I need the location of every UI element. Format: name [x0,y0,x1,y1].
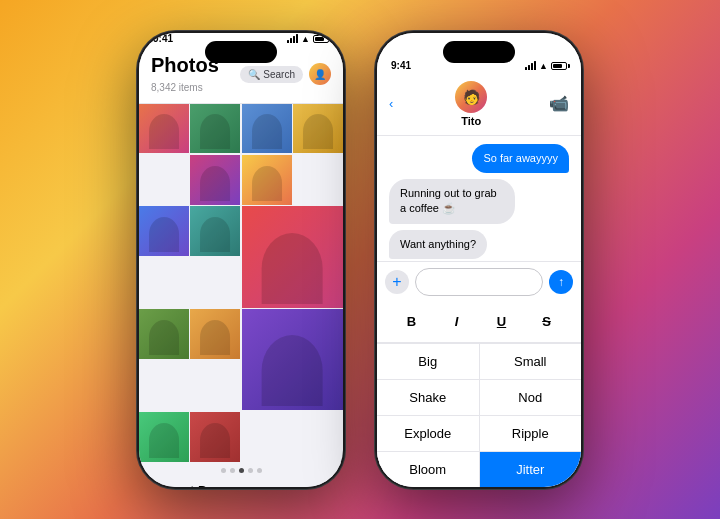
signal-bars [287,34,298,43]
effect-bloom[interactable]: Bloom [377,452,479,487]
bubble-recv-2: Want anything? [389,230,487,259]
wifi-icon: ▲ [301,34,310,44]
message-bubbles: So far awayyyy Running out to grab a cof… [377,136,581,261]
msg-nav: ‹ 🧑 Tito 📹 [377,77,581,136]
battery-icon-2 [551,62,567,70]
photos-avatar[interactable]: 👤 [309,63,331,85]
battery-fill [315,37,324,41]
effect-nod[interactable]: Nod [480,380,582,415]
bold-button[interactable]: B [398,308,426,336]
photo-cell[interactable] [242,104,292,154]
video-call-icon[interactable]: 📹 [549,94,569,113]
photo-cell[interactable] [242,155,292,205]
effect-label: Big [418,354,437,369]
photo-cell[interactable] [242,206,343,307]
bubble-text: So far awayyyy [483,152,558,164]
dot[interactable] [230,468,235,473]
dot[interactable] [221,468,226,473]
photo-cell[interactable] [190,412,240,462]
send-button[interactable]: ↑ [549,270,573,294]
bar4 [296,34,298,43]
wifi-icon-2: ▲ [539,61,548,71]
msg-status-icons: ▲ [525,61,567,71]
dot[interactable] [257,468,262,473]
effect-label: Shake [409,390,446,405]
recent-days-title: Recent Days [151,483,229,487]
avatar-icon: 👤 [314,69,326,80]
photo-cell[interactable] [139,104,189,154]
bar2 [290,38,292,43]
photos-screen: 9:41 ▲ Photos [139,33,343,487]
italic-button[interactable]: I [443,308,471,336]
carousel-dots [139,462,343,477]
effect-explode[interactable]: Explode [377,416,479,451]
effect-label: Explode [404,426,451,441]
bubble-sent-1: So far awayyyy [472,144,569,173]
bubble-text: Running out to grab a coffee ☕ [400,187,497,214]
bubble-text: Want anything? [400,238,476,250]
signal-bars-2 [525,61,536,70]
messages-screen: 9:41 ▲ ‹ [377,33,581,487]
effect-label: Small [514,354,547,369]
photo-cell[interactable] [293,104,343,154]
photo-grid [139,104,343,462]
photo-cell[interactable] [190,206,240,256]
photos-subtitle: 8,342 items [151,82,203,93]
photos-time: 9:41 [153,33,173,44]
photo-cell[interactable] [190,104,240,154]
search-label: Search [263,69,295,80]
effect-grid: Big Small Shake Nod Explode Ripple [377,343,581,487]
effect-small[interactable]: Small [480,344,582,379]
photos-nav-right: 🔍 Search 👤 [240,63,331,85]
messages-phone: 9:41 ▲ ‹ [374,30,584,490]
contact-name: Tito [461,115,481,127]
strikethrough-button[interactable]: S [533,308,561,336]
compose-input[interactable] [415,268,543,296]
format-toolbar: B I U S [377,302,581,343]
contact-header[interactable]: 🧑 Tito [455,81,487,127]
recent-days-header[interactable]: Recent Days › [139,477,343,487]
photos-status-icons: ▲ [287,34,329,44]
compose-area: + ↑ [377,261,581,302]
search-button[interactable]: 🔍 Search [240,66,303,83]
photo-cell[interactable] [139,206,189,256]
chevron-right-icon: › [327,483,331,486]
compose-plus-button[interactable]: + [385,270,409,294]
underline-button[interactable]: U [488,308,516,336]
effect-label: Ripple [512,426,549,441]
send-arrow-icon: ↑ [558,275,564,289]
dot[interactable] [248,468,253,473]
msg-time: 9:41 [391,60,411,71]
photo-cell[interactable] [139,309,189,359]
back-chevron-icon: ‹ [389,96,393,111]
battery-icon [313,35,329,43]
search-icon: 🔍 [248,69,260,80]
photo-cell[interactable] [190,155,240,205]
bar1 [287,40,289,43]
photo-cell[interactable] [242,309,343,410]
back-button[interactable]: ‹ [389,96,393,111]
photo-cell[interactable] [139,412,189,462]
effect-big[interactable]: Big [377,344,479,379]
effect-label: Nod [518,390,542,405]
effect-shake[interactable]: Shake [377,380,479,415]
photo-cell[interactable] [190,309,240,359]
effect-label: Jitter [516,462,544,477]
contact-avatar: 🧑 [455,81,487,113]
bubble-recv-1: Running out to grab a coffee ☕ [389,179,515,224]
bar3 [293,36,295,43]
effect-label: Bloom [409,462,446,477]
dynamic-island-2 [443,41,515,63]
dot-active[interactable] [239,468,244,473]
effect-jitter[interactable]: Jitter [480,452,582,487]
photos-phone: 9:41 ▲ Photos [136,30,346,490]
effect-ripple[interactable]: Ripple [480,416,582,451]
dynamic-island [205,41,277,63]
